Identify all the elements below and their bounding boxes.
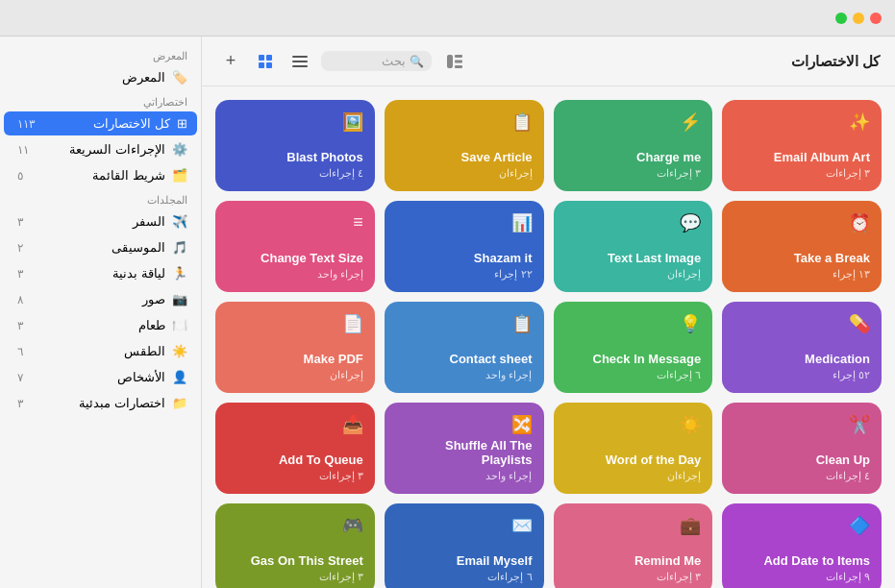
card-content: Text Last Image إجراءان (565, 251, 702, 281)
search-icon: 🔍 (410, 55, 424, 68)
card-title: Remind Me (565, 553, 702, 569)
quick-icon: ⚙️ (172, 142, 187, 157)
card-subtitle: ٤ إجراءات (227, 167, 363, 180)
content-header: كل الاختصارات 🔍 (202, 37, 895, 86)
sidebar-item-people[interactable]: 👤 الأشخاص ٧ (4, 365, 197, 389)
card-icon: 💼 (565, 515, 702, 536)
gallery-section-label: المعرض (0, 44, 201, 64)
content-area: كل الاختصارات 🔍 (202, 37, 895, 588)
card-content: Add Date to Items ٩ إجراءات (733, 553, 870, 583)
shortcut-card-save-article[interactable]: 📋 Save Article إجراءان (385, 100, 544, 191)
add-shortcut-button[interactable]: + (217, 48, 244, 75)
card-content: Email Album Art ٣ إجراءات (733, 150, 870, 180)
grid-view-button[interactable] (252, 48, 279, 75)
shortcut-card-text-last-image[interactable]: 💬 Text Last Image إجراءان (554, 201, 713, 292)
shortcut-card-contact-sheet[interactable]: 📋 Contact sheet إجراء واحد (385, 302, 544, 393)
search-input[interactable] (329, 54, 406, 68)
sidebar-item-photos[interactable]: 📷 صور ٨ (4, 287, 197, 311)
svg-rect-10 (266, 62, 272, 68)
shortcut-card-shazam-it[interactable]: 📊 Shazam it ٢٢ إجراء (385, 201, 544, 292)
card-icon: 💬 (565, 212, 702, 233)
shortcut-card-blast-photos[interactable]: 🖼️ Blast Photos ٤ إجراءات (215, 100, 375, 191)
menubar-content: 🗂️ شريط القائمة (92, 168, 187, 183)
svg-rect-0 (447, 55, 453, 68)
shortcut-card-charge-me[interactable]: ⚡ Charge me ٣ إجراءات (554, 100, 713, 191)
green-light[interactable] (835, 12, 847, 24)
svg-rect-9 (259, 62, 264, 68)
card-subtitle: ٣ إجراءات (565, 167, 702, 180)
fitness-label: لياقة بدنية (112, 266, 165, 281)
card-content: Change Text Size إجراء واحد (227, 251, 363, 281)
menubar-count: ٥ (17, 169, 23, 183)
people-content: 👤 الأشخاص (117, 370, 187, 384)
shortcut-card-clean-up[interactable]: ✂️ Clean Up ٤ إجراءات (722, 403, 882, 494)
sidebar-item-food[interactable]: 🍽️ طعام ٣ (4, 313, 197, 337)
card-subtitle: ٦ إجراءات (565, 369, 702, 381)
card-subtitle: ٣ إجراءات (733, 167, 870, 180)
sidebar-item-music[interactable]: 🎵 الموسيقى ٢ (4, 235, 197, 259)
fitness-count: ٣ (17, 267, 23, 281)
card-subtitle: ٢٢ إجراء (396, 268, 533, 281)
card-subtitle: إجراءان (565, 470, 702, 482)
shortcut-card-check-in-message[interactable]: 💡 Check In Message ٦ إجراءات (554, 302, 713, 393)
list-view-button[interactable] (286, 48, 313, 75)
quick-count: ١١ (17, 143, 29, 157)
shortcut-card-add-date-to-items[interactable]: 🔷 Add Date to Items ٩ إجراءات (722, 503, 882, 588)
card-icon: ☀️ (565, 414, 702, 435)
sidebar-item-gallery[interactable]: 🏷️ المعرض (4, 65, 197, 89)
shortcut-card-gas-on-street[interactable]: 🎮 Gas On This Street ٣ إجراءات (215, 503, 375, 588)
svg-rect-3 (455, 65, 462, 68)
red-light[interactable] (870, 12, 882, 24)
weather-content: ☀️ الطقس (124, 344, 187, 358)
sidebar-item-all[interactable]: ⊞ كل الاختصارات ١١٣ (4, 111, 197, 135)
all-count: ١١٣ (17, 117, 35, 131)
sidebar-toggle-button[interactable] (441, 48, 468, 75)
sidebar-item-weather[interactable]: ☀️ الطقس ٦ (4, 339, 197, 363)
music-icon: 🎵 (172, 240, 187, 255)
card-icon: ⚡ (565, 111, 702, 133)
main-layout: المعرض 🏷️ المعرض اختصاراتي ⊞ كل الاختصار… (0, 37, 895, 588)
music-content: 🎵 الموسيقى (112, 240, 187, 255)
shortcut-card-add-to-queue[interactable]: 📥 Add To Queue ٣ إجراءات (215, 403, 375, 494)
my-shortcuts-label: اختصاراتي (0, 90, 201, 110)
card-title: Medication (733, 352, 870, 367)
shortcut-card-email-album-art[interactable]: ✨ Email Album Art ٣ إجراءات (722, 100, 882, 191)
shortcut-card-shuffle-playlists[interactable]: 🔀 Shuffle All The Playlists إجراء واحد (385, 403, 544, 494)
food-content: 🍽️ طعام (138, 318, 187, 332)
gallery-icon: 🏷️ (172, 70, 187, 85)
card-content: Clean Up ٤ إجراءات (733, 453, 870, 482)
shortcut-card-make-pdf[interactable]: 📄 Make PDF إجراءان (215, 302, 375, 393)
card-title: Shazam it (396, 251, 533, 266)
shortcut-card-medication[interactable]: 💊 Medication ٥٢ إجراء (722, 302, 882, 393)
yellow-light[interactable] (853, 12, 864, 24)
card-content: Gas On This Street ٣ إجراءات (227, 553, 363, 583)
people-icon: 👤 (172, 370, 187, 384)
card-subtitle: إجراءان (565, 268, 702, 281)
card-content: Shuffle All The Playlists إجراء واحد (396, 438, 533, 482)
starter-icon: 📁 (172, 396, 187, 410)
shortcut-card-change-text-size[interactable]: ≡ Change Text Size إجراء واحد (215, 201, 375, 292)
shortcut-card-remind-me[interactable]: 💼 Remind Me ٣ إجراءات (554, 503, 713, 588)
card-subtitle: ١٣ إجراء (733, 268, 870, 281)
card-icon: 🖼️ (227, 111, 363, 133)
sidebar-item-starter[interactable]: 📁 اختصارات مبدئية ٣ (4, 391, 197, 415)
card-subtitle: ٩ إجراءات (733, 571, 870, 583)
card-icon: ✉️ (396, 515, 533, 536)
card-icon: 🎮 (227, 515, 363, 536)
card-subtitle: إجراء واحد (396, 369, 533, 381)
fitness-icon: 🏃 (172, 266, 187, 281)
weather-count: ٦ (17, 345, 23, 358)
search-box[interactable]: 🔍 (321, 51, 432, 71)
sidebar-item-menubar[interactable]: 🗂️ شريط القائمة ٥ (4, 163, 197, 187)
shortcut-card-email-myself[interactable]: ✉️ Email Myself ٦ إجراءات (385, 503, 544, 588)
sidebar-item-fitness[interactable]: 🏃 لياقة بدنية ٣ (4, 261, 197, 285)
shortcut-card-take-a-break[interactable]: ⏰ Take a Break ١٣ إجراء (722, 201, 882, 292)
card-subtitle: ٥٢ إجراء (733, 369, 870, 381)
travel-content: ✈️ السفر (133, 214, 187, 229)
card-icon: ✂️ (733, 414, 870, 435)
title-bar (0, 0, 895, 37)
sidebar-item-quick[interactable]: ⚙️ الإجراءات السريعة ١١ (4, 137, 197, 161)
sidebar-item-travel[interactable]: ✈️ السفر ٣ (4, 209, 197, 233)
shortcut-card-word-of-day[interactable]: ☀️ Word of the Day إجراءان (554, 403, 713, 494)
card-title: Add To Queue (227, 453, 363, 468)
